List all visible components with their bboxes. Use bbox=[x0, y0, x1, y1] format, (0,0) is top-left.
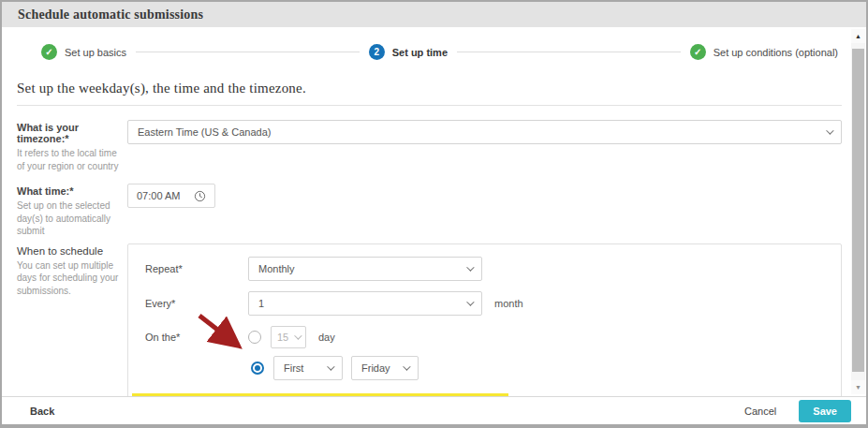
time-input[interactable]: 07:00 AM bbox=[127, 184, 215, 208]
repeat-value: Monthly bbox=[258, 263, 295, 274]
repeat-settings-box: Repeat* Monthly Every* 1 month bbox=[127, 244, 842, 397]
heading-divider bbox=[17, 105, 842, 106]
repeat-row: Repeat* Monthly bbox=[145, 257, 824, 281]
dialog-footer: Back Cancel Save bbox=[2, 396, 866, 424]
weekday-radio-selected[interactable] bbox=[251, 362, 264, 375]
every-unit-label: month bbox=[494, 298, 523, 309]
weekday-select[interactable]: Friday bbox=[351, 356, 419, 380]
cancel-button[interactable]: Cancel bbox=[744, 406, 776, 417]
step-conditions-label: Set up conditions (optional) bbox=[714, 47, 838, 58]
repeat-select[interactable]: Monthly bbox=[248, 257, 482, 281]
every-label: Every* bbox=[145, 298, 248, 309]
chevron-down-icon bbox=[826, 126, 833, 134]
day-suffix-label: day bbox=[318, 332, 335, 343]
day-of-month-radio[interactable] bbox=[248, 331, 261, 344]
step-basics[interactable]: ✓ Set up basics bbox=[41, 44, 126, 60]
vertical-scrollbar[interactable]: ▲ ▼ bbox=[851, 29, 865, 394]
schedule-summary-highlight: The schedule occurs on the first friday … bbox=[132, 393, 508, 397]
timezone-select[interactable]: Eastern Time (US & Canada) bbox=[127, 120, 842, 144]
ordinal-value: First bbox=[284, 362, 303, 374]
step-time-label: Set up time bbox=[392, 47, 448, 58]
section-heading: Set up the weekday(s), the time and the … bbox=[17, 81, 842, 96]
back-button[interactable]: Back bbox=[30, 406, 54, 417]
chevron-down-icon bbox=[466, 298, 474, 305]
timezone-value: Eastern Time (US & Canada) bbox=[138, 126, 271, 138]
on-the-row: On the* 15 day bbox=[145, 326, 824, 348]
check-icon: ✓ bbox=[690, 44, 706, 60]
every-row: Every* 1 month bbox=[145, 291, 824, 316]
chevron-down-icon bbox=[466, 263, 474, 271]
when-row: When to schedule You can set up multiple… bbox=[17, 244, 842, 397]
timezone-row: What is your timezone:* It refers to the… bbox=[17, 120, 842, 172]
dialog-content: ✓ Set up basics 2 Set up time ✓ Set up c… bbox=[2, 27, 866, 396]
chevron-down-icon bbox=[327, 362, 334, 370]
day-of-month-select[interactable]: 15 bbox=[271, 326, 306, 348]
save-button[interactable]: Save bbox=[799, 400, 851, 422]
scroll-down-icon[interactable]: ▼ bbox=[851, 380, 865, 394]
weekday-option-row: First Friday bbox=[251, 356, 824, 380]
repeat-label: Repeat* bbox=[145, 263, 248, 274]
check-icon: ✓ bbox=[41, 44, 57, 60]
day-of-month-value: 15 bbox=[277, 332, 288, 343]
ordinal-select[interactable]: First bbox=[273, 356, 343, 380]
time-label: What time:* bbox=[17, 185, 127, 197]
schedule-dialog: Schedule automatic submissions ✓ Set up … bbox=[0, 0, 868, 428]
time-row: What time:* Set up on the selected day(s… bbox=[17, 184, 842, 238]
dialog-titlebar: Schedule automatic submissions bbox=[2, 2, 866, 27]
when-label: When to schedule bbox=[17, 245, 127, 257]
clock-icon bbox=[194, 190, 206, 202]
time-help: Set up on the selected day(s) to automat… bbox=[17, 199, 122, 238]
dialog-title: Schedule automatic submissions bbox=[18, 7, 203, 22]
scroll-up-icon[interactable]: ▲ bbox=[851, 29, 865, 43]
timezone-label: What is your timezone:* bbox=[17, 122, 127, 144]
on-the-label: On the* bbox=[145, 332, 248, 343]
weekday-value: Friday bbox=[361, 362, 390, 374]
stepper-connector bbox=[136, 52, 360, 52]
chevron-down-icon bbox=[294, 332, 302, 339]
timezone-help: It refers to the local time of your regi… bbox=[17, 147, 122, 172]
step-time[interactable]: 2 Set up time bbox=[369, 44, 448, 60]
wizard-stepper: ✓ Set up basics 2 Set up time ✓ Set up c… bbox=[17, 38, 842, 60]
step-conditions[interactable]: ✓ Set up conditions (optional) bbox=[690, 44, 838, 60]
every-select[interactable]: 1 bbox=[248, 291, 482, 316]
step-number-badge: 2 bbox=[369, 44, 385, 60]
step-basics-label: Set up basics bbox=[65, 47, 126, 58]
chevron-down-icon bbox=[403, 362, 410, 370]
time-value: 07:00 AM bbox=[137, 190, 180, 201]
scrollbar-thumb[interactable] bbox=[852, 49, 864, 372]
every-value: 1 bbox=[258, 298, 264, 309]
stepper-connector bbox=[457, 52, 681, 52]
when-help: You can set up multiple days for schedul… bbox=[17, 259, 122, 298]
